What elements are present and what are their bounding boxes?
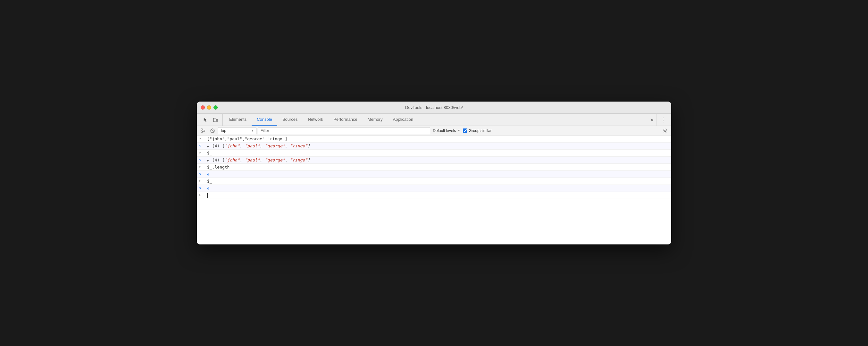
chevron-down-icon: ▼ <box>457 129 460 132</box>
group-similar-label[interactable]: Group similar <box>463 128 491 133</box>
devtools-settings-button[interactable]: ⋮ <box>656 114 670 126</box>
console-output-line: ▶ (4) ["john", "paul", "george", "ringo"… <box>206 143 671 149</box>
block-icon[interactable] <box>208 127 217 135</box>
input-arrow: > <box>197 150 206 155</box>
context-dropdown[interactable]: top ▼ <box>218 127 256 134</box>
window-title: DevTools - localhost:8080/web/ <box>405 105 463 110</box>
traffic-lights <box>200 105 218 109</box>
input-arrow: > <box>197 193 206 197</box>
console-output-line: 4 <box>206 171 671 177</box>
chevron-down-icon: ▼ <box>251 129 254 132</box>
filter-input[interactable] <box>258 127 430 134</box>
expand-arrow-icon[interactable]: ▶ <box>207 159 209 162</box>
title-bar: DevTools - localhost:8080/web/ <box>197 101 671 114</box>
expand-arrow-icon[interactable]: ▶ <box>207 145 209 148</box>
tab-bar: Elements Console Sources Network Perform… <box>197 114 671 126</box>
cursor-icon[interactable] <box>200 115 210 124</box>
console-input-line: $_ <box>206 150 671 156</box>
tab-sources[interactable]: Sources <box>277 114 303 126</box>
minimize-button[interactable] <box>207 105 211 109</box>
output-arrow: < <box>197 186 206 190</box>
table-row: > $_.length <box>197 164 671 171</box>
input-arrow: > <box>197 179 206 183</box>
tab-console[interactable]: Console <box>252 114 277 126</box>
console-prompt-row[interactable]: > <box>197 192 671 199</box>
table-row: < 4 <box>197 185 671 192</box>
svg-rect-1 <box>216 119 218 121</box>
input-arrow: > <box>197 164 206 169</box>
input-arrow: > <box>197 136 206 140</box>
table-row: < ▶ (4) ["john", "paul", "george", "ring… <box>197 143 671 150</box>
console-toolbar: top ▼ Default levels ▼ Group similar <box>197 126 671 135</box>
more-tabs-button[interactable]: » <box>648 114 656 126</box>
console-output-line: ▶ (4) ["john", "paul", "george", "ringo"… <box>206 157 671 163</box>
table-row: < ▶ (4) ["john", "paul", "george", "ring… <box>197 157 671 164</box>
device-icon[interactable] <box>211 115 220 124</box>
console-input-line: $_ <box>206 179 671 184</box>
tab-application[interactable]: Application <box>388 114 418 126</box>
console-settings-button[interactable] <box>661 127 669 135</box>
group-similar-checkbox[interactable] <box>463 128 467 133</box>
console-output: > ["john","paul","george","ringo"] < ▶ (… <box>197 135 671 245</box>
output-arrow: < <box>197 171 206 176</box>
tab-elements[interactable]: Elements <box>224 114 252 126</box>
default-levels-button[interactable]: Default levels ▼ <box>431 128 462 133</box>
maximize-button[interactable] <box>214 105 218 109</box>
svg-line-6 <box>211 129 214 132</box>
output-arrow: < <box>197 157 206 162</box>
console-prompt[interactable] <box>206 193 671 198</box>
svg-point-7 <box>664 130 666 131</box>
clear-console-button[interactable] <box>199 127 207 135</box>
table-row: > $_ <box>197 178 671 185</box>
table-row: > ["john","paul","george","ringo"] <box>197 135 671 143</box>
tab-memory[interactable]: Memory <box>363 114 388 126</box>
close-button[interactable] <box>200 105 205 109</box>
console-input-line: $_.length <box>206 164 671 170</box>
svg-point-2 <box>214 121 215 121</box>
output-arrow: < <box>197 143 206 148</box>
console-output-line: 4 <box>206 186 671 191</box>
tab-network[interactable]: Network <box>303 114 329 126</box>
table-row: > $_ <box>197 150 671 157</box>
tab-performance[interactable]: Performance <box>328 114 362 126</box>
tab-bar-icons <box>198 114 223 126</box>
table-row: < 4 <box>197 171 671 178</box>
devtools-window: DevTools - localhost:8080/web/ Elements … <box>197 101 671 245</box>
console-input-line: ["john","paul","george","ringo"] <box>206 136 671 141</box>
